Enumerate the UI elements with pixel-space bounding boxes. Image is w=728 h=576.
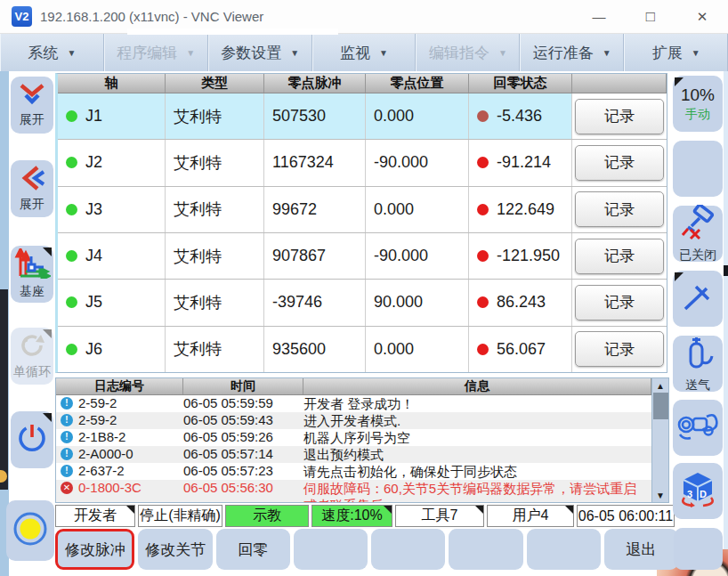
bottom-button-bar: 修改脉冲修改关节回零退出 <box>55 529 678 570</box>
status-value: 56.067 <box>497 340 546 359</box>
log-id: 2-1B8-2 <box>78 429 125 444</box>
column-header: 零点脉冲 <box>264 74 366 93</box>
type-value: 艾利特 <box>174 152 222 174</box>
chevron-down-icon: ▼ <box>186 48 195 58</box>
status-speed[interactable]: 速度:10% <box>311 505 392 527</box>
scroll-up-icon[interactable]: ▲ <box>652 378 669 393</box>
axis-value: J6 <box>85 340 102 359</box>
log-entry[interactable]: !2-637-206-05 05:57:23请先点击初始化，确保处于同步状态 <box>56 463 651 480</box>
status-tool[interactable]: 工具7 <box>395 505 484 527</box>
torch-off-button[interactable]: 已关闭 <box>673 206 723 262</box>
log-entry[interactable]: !2-59-206-05 05:59:59开发者 登录成功！ <box>56 395 651 412</box>
status-run-state: 停止(非精确) <box>138 505 222 527</box>
log-scrollbar[interactable]: ▲ ▼ <box>651 378 668 502</box>
blank-button-1[interactable] <box>673 141 723 197</box>
axis-row-J3[interactable]: J3艾利特996720.000122.649记录 <box>58 187 667 233</box>
record-button-J6[interactable]: 记录 <box>575 331 664 367</box>
status-user-role[interactable]: 开发者 <box>55 505 135 527</box>
grip-device-button[interactable] <box>673 400 723 456</box>
exit-button[interactable]: 退出 <box>604 529 678 570</box>
scrollbar-thumb[interactable] <box>653 393 668 419</box>
log-message: 开发者 登录成功！ <box>303 395 651 412</box>
modify-pulse-button[interactable]: 修改脉冲 <box>55 529 134 570</box>
air-supply-button-label: 送气 <box>685 377 710 393</box>
blank-bottom-4[interactable] <box>527 529 601 570</box>
minimize-button[interactable]: — <box>573 1 625 33</box>
air-supply-button[interactable]: 送气 <box>673 336 723 392</box>
info-icon: ! <box>61 448 73 460</box>
blank-button-2[interactable] <box>674 528 723 570</box>
status-speed-label: 速度:10% <box>321 507 382 525</box>
menu-7[interactable]: 扩展▼ <box>624 34 728 71</box>
info-icon: ! <box>61 431 73 443</box>
menu-label: 监视 <box>340 43 370 63</box>
type-value: 艾利特 <box>174 199 222 220</box>
position-value: 90.000 <box>374 293 423 312</box>
menu-bar: 系统▼程序编辑▼参数设置▼监视▼编辑指令▼运行准备▼扩展▼ <box>0 34 728 71</box>
speed-mode-button-sublabel: 手动 <box>685 107 710 123</box>
log-entry[interactable]: !2-1B8-206-05 05:59:26机器人序列号为空 <box>56 429 651 446</box>
home-status-dot-icon <box>477 250 489 262</box>
torch-off-button-label: 已关闭 <box>679 247 716 264</box>
table-header: 轴类型零点脉冲零点位置回零状态 <box>58 74 667 93</box>
speed-mode-button-label: 10% <box>681 85 715 105</box>
status-clock: 06-05 06:00:11 <box>577 505 675 527</box>
axis-row-J5[interactable]: J5艾利特-3974690.00086.243记录 <box>58 280 667 326</box>
home-status-dot-icon <box>477 296 489 308</box>
power-button[interactable] <box>11 411 53 468</box>
log-id: 2-59-2 <box>78 395 117 410</box>
scroll-down-icon[interactable]: ▼ <box>652 488 669 502</box>
close-button[interactable]: ✕ <box>676 1 728 33</box>
status-user-frame[interactable]: 用户4 <box>487 505 574 527</box>
expand-down-button[interactable]: 展开 <box>11 77 53 134</box>
lamp-icon <box>12 510 49 551</box>
modify-joint-button[interactable]: 修改关节 <box>138 529 212 570</box>
axis-row-J1[interactable]: J1艾利特5075300.000-5.436记录 <box>58 93 667 140</box>
menu-1[interactable]: 系统▼ <box>0 34 104 71</box>
torch-button[interactable] <box>673 271 723 327</box>
log-entry[interactable]: !2-A000-006-05 05:57:14退出预约模式 <box>56 446 651 463</box>
maximize-button[interactable]: □ <box>625 1 676 33</box>
log-time: 06-05 05:59:43 <box>183 412 303 427</box>
record-button-J2[interactable]: 记录 <box>575 145 664 181</box>
corner-marker-icon <box>475 506 483 514</box>
go-home-button[interactable]: 回零 <box>216 529 290 570</box>
speed-mode-button[interactable]: 10%手动 <box>673 76 723 132</box>
expand-left-button[interactable]: 展开 <box>11 160 53 217</box>
chevron-down-icon: ▼ <box>67 48 76 58</box>
menu-label: 扩展 <box>652 43 683 63</box>
base-frame-button[interactable]: 基座 <box>11 246 53 303</box>
chevron-down-icon: ▼ <box>692 48 700 58</box>
status-value: -121.950 <box>497 247 560 265</box>
axis-ok-dot-icon <box>66 296 77 308</box>
menu-4[interactable]: 监视▼ <box>312 34 417 71</box>
status-teach-mode: 示教 <box>225 505 309 527</box>
log-column-header: 信息 <box>303 378 651 394</box>
log-entry[interactable]: ✕0-1800-3C06-05 05:56:30伺服故障码：60,关节5关节编码… <box>56 480 651 503</box>
menu-3[interactable]: 参数设置▼ <box>208 34 312 71</box>
axis-row-J6[interactable]: J6艾利特9356000.00056.067记录 <box>58 327 667 372</box>
blank-bottom-3[interactable] <box>449 529 522 570</box>
status-lamp-button[interactable] <box>6 500 54 561</box>
record-button-J4[interactable]: 记录 <box>575 239 664 274</box>
type-value: 艾利特 <box>174 338 222 360</box>
pulse-value: 907867 <box>272 247 326 265</box>
pulse-value: 99672 <box>272 200 317 219</box>
axis-row-J4[interactable]: J4艾利特907867-90.000-121.950记录 <box>58 233 667 280</box>
corner-marker-icon <box>384 506 392 514</box>
view-3d-button[interactable]: 3D <box>673 463 723 519</box>
record-button-J5[interactable]: 记录 <box>575 285 664 320</box>
position-value: -90.000 <box>374 153 428 172</box>
blank-bottom-1[interactable] <box>294 529 368 570</box>
axis-row-J2[interactable]: J2艾利特1167324-90.000-91.214记录 <box>58 140 667 186</box>
record-button-J1[interactable]: 记录 <box>575 99 664 134</box>
home-status-dot-icon <box>477 344 489 355</box>
axis-value: J3 <box>85 200 102 219</box>
log-entry[interactable]: !2-59-206-05 05:59:43进入开发者模式. <box>56 412 651 429</box>
menu-6[interactable]: 运行准备▼ <box>520 34 624 71</box>
axis-value: J1 <box>85 107 102 126</box>
log-message: 伺服故障码：60,关节5关节编码器数据异常，请尝试重启或者联系售后 <box>303 480 651 503</box>
home-status-dot-icon <box>477 110 489 122</box>
blank-bottom-2[interactable] <box>371 529 445 570</box>
record-button-J3[interactable]: 记录 <box>575 191 664 227</box>
